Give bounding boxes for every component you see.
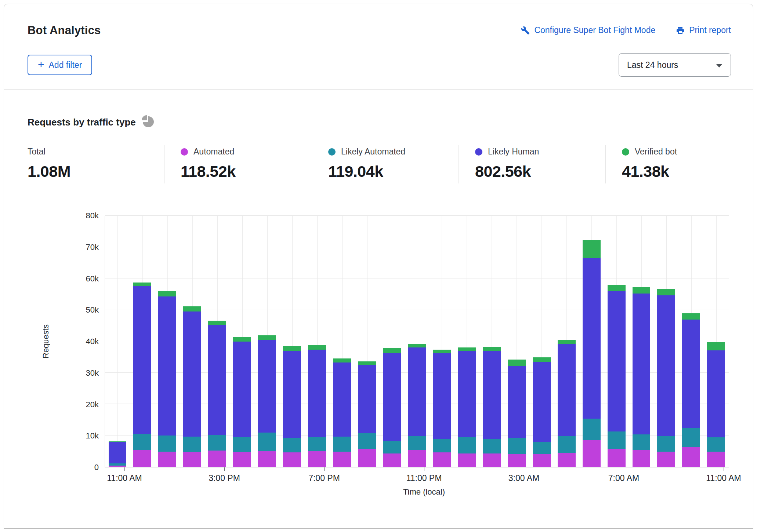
bar-slot — [355, 216, 380, 467]
x-tick-mark — [324, 467, 325, 471]
segment-likely-human — [583, 258, 601, 419]
stacked-bar-800am[interactable] — [633, 287, 651, 467]
segment-automated — [707, 452, 725, 467]
stacked-bar-100pm[interactable] — [158, 291, 176, 467]
stacked-bar-300pm[interactable] — [208, 321, 226, 467]
segment-automated — [608, 449, 626, 467]
configure-super-bot-fight-mode-link[interactable]: Configure Super Bot Fight Mode — [521, 25, 655, 35]
horizontal-gridline — [105, 278, 729, 278]
segment-likely-human — [133, 286, 151, 434]
x-tick-mark — [224, 467, 225, 471]
segment-likely-human — [308, 350, 326, 437]
stacked-bar-600am[interactable] — [583, 240, 601, 467]
pie-chart-icon — [142, 115, 154, 129]
bar-slot — [105, 216, 130, 467]
stacked-bar-300am[interactable] — [508, 360, 526, 467]
stat-likely-human[interactable]: Likely Human 802.56k — [459, 145, 605, 183]
segment-likely-human — [682, 320, 700, 428]
automated-dot-icon — [181, 148, 188, 156]
bar-slot — [379, 216, 404, 467]
x-slot: 7:00 AM — [611, 467, 636, 487]
segment-likely-human — [483, 351, 501, 439]
segment-likely-automated — [133, 434, 151, 450]
stacked-bar-400pm[interactable] — [233, 337, 251, 467]
stacked-bar-1200am[interactable] — [433, 350, 451, 467]
segment-likely-automated — [233, 437, 251, 452]
segment-automated — [483, 453, 501, 467]
bar-slot — [654, 216, 679, 467]
x-axis-title: Time (local) — [112, 487, 736, 497]
x-slot: 3:00 AM — [511, 467, 536, 487]
vertical-gridline — [117, 216, 118, 467]
segment-automated — [508, 454, 526, 467]
time-range-dropdown[interactable]: Last 24 hours — [619, 53, 731, 77]
x-slot — [237, 467, 262, 487]
bars-container — [105, 216, 729, 467]
stacked-bar-900pm[interactable] — [358, 361, 376, 467]
stacked-bar-1100pm[interactable] — [408, 344, 426, 467]
segment-verified-bot — [483, 347, 501, 351]
stacked-bar-1000pm[interactable] — [383, 348, 401, 467]
bar-slot — [429, 216, 454, 467]
stacked-bar-1100am[interactable] — [109, 441, 127, 467]
segment-automated — [657, 452, 675, 467]
verified-bot-dot-icon — [622, 148, 629, 156]
x-tick-mark — [424, 467, 424, 471]
bar-slot — [679, 216, 704, 467]
segment-likely-automated — [208, 435, 226, 451]
segment-likely-automated — [508, 438, 526, 454]
bar-slot — [305, 216, 330, 467]
x-slot — [536, 467, 561, 487]
segment-likely-human — [109, 442, 127, 463]
segment-likely-human — [608, 291, 626, 431]
stacked-bar-500am[interactable] — [558, 340, 576, 467]
segment-likely-automated — [333, 437, 351, 452]
stacked-bar-800pm[interactable] — [333, 358, 351, 467]
x-slot: 11:00 PM — [412, 467, 437, 487]
stacked-bar-900am[interactable] — [657, 289, 675, 467]
bar-slot — [604, 216, 629, 467]
stacked-bar-600pm[interactable] — [283, 346, 301, 467]
requests-by-traffic-type-chart: Requests 010k20k30k40k50k60k70k80k 11:00… — [35, 216, 731, 497]
stacked-bar-400am[interactable] — [533, 357, 551, 467]
stacked-bar-700am[interactable] — [608, 285, 626, 467]
segment-verified-bot — [433, 350, 451, 353]
y-axis-tick-labels: 010k20k30k40k50k60k70k80k — [57, 216, 105, 467]
add-filter-button[interactable]: + Add filter — [28, 55, 92, 75]
stat-likely-automated[interactable]: Likely Automated 119.04k — [312, 145, 459, 183]
segment-likely-automated — [308, 437, 326, 451]
chevron-down-icon — [716, 60, 722, 70]
stacked-bar-700pm[interactable] — [308, 345, 326, 467]
stat-automated[interactable]: Automated 118.52k — [164, 145, 312, 183]
segment-verified-bot — [358, 361, 376, 365]
stacked-bar-500pm[interactable] — [258, 335, 276, 467]
traffic-type-legend: Total 1.08M Automated 118.52k Likely Aut… — [28, 145, 731, 183]
segment-automated — [333, 452, 351, 467]
print-report-link[interactable]: Print report — [676, 25, 731, 35]
segment-likely-human — [508, 366, 526, 438]
stacked-bar-1100am[interactable] — [707, 342, 725, 467]
segment-automated — [183, 452, 201, 467]
wrench-icon — [521, 26, 530, 35]
stat-verified-bot[interactable]: Verified bot 41.38k — [605, 145, 677, 183]
stacked-bar-1000am[interactable] — [682, 313, 700, 467]
segment-likely-human — [358, 365, 376, 433]
x-slot: 7:00 PM — [312, 467, 337, 487]
stacked-bar-100am[interactable] — [458, 347, 476, 467]
y-tick-label: 60k — [86, 274, 99, 284]
segment-automated — [433, 452, 451, 467]
y-tick-label: 20k — [86, 400, 99, 409]
stacked-bar-1200pm[interactable] — [133, 283, 151, 467]
bar-slot — [404, 216, 429, 467]
stacked-bar-200am[interactable] — [483, 347, 501, 467]
segment-verified-bot — [707, 342, 725, 350]
segment-automated — [308, 451, 326, 467]
stacked-bar-200pm[interactable] — [183, 306, 201, 467]
plus-icon: + — [38, 59, 44, 70]
segment-likely-human — [208, 325, 226, 435]
segment-likely-automated — [608, 431, 626, 449]
segment-likely-automated — [408, 436, 426, 451]
x-slot — [287, 467, 312, 487]
stat-likely-automated-value: 119.04k — [328, 163, 459, 181]
segment-likely-human — [458, 351, 476, 437]
